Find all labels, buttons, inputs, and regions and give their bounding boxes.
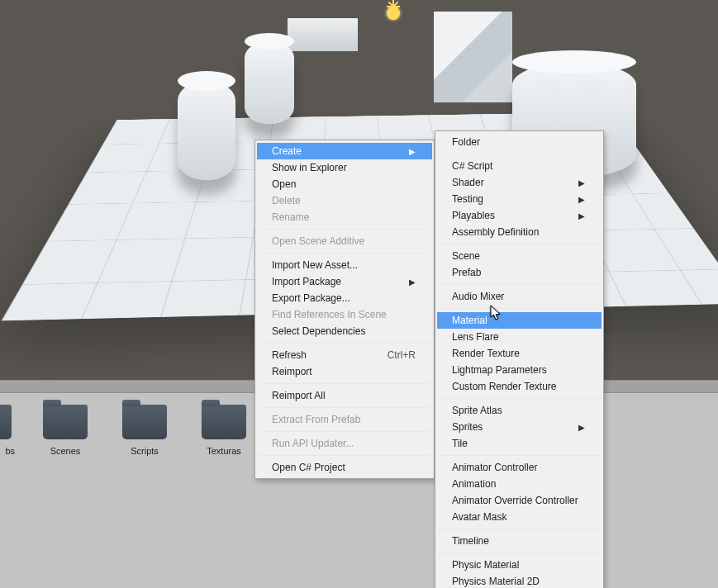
scene-cylinder-medium — [245, 41, 294, 124]
context-menu-item[interactable]: Export Package... — [257, 290, 432, 306]
context-menu-item[interactable]: Import New Asset... — [257, 257, 432, 273]
create-submenu-item[interactable]: Custom Render Texture — [437, 378, 602, 395]
menu-item-label: Assembly Definition — [452, 226, 539, 238]
folder-icon — [202, 405, 246, 439]
project-folder-item[interactable]: Scripts — [116, 405, 174, 456]
menu-item-label: Extract From Prefab — [272, 414, 360, 425]
context-menu-item[interactable]: Show in Explorer — [257, 159, 432, 176]
menu-separator — [439, 244, 600, 244]
context-menu-item: Run API Updater... — [257, 435, 432, 452]
menu-item-label: Material — [452, 315, 487, 326]
menu-item-label: Physic Material — [452, 559, 519, 571]
create-submenu-item[interactable]: Lightmap Parameters — [437, 362, 602, 378]
menu-item-label: Timeline — [452, 535, 489, 547]
menu-item-label: Playables — [452, 210, 495, 221]
create-submenu-item[interactable]: Shader▶ — [437, 174, 602, 191]
menu-item-label: Select Dependencies — [272, 325, 365, 337]
create-submenu-item[interactable]: Render Texture — [437, 345, 602, 362]
submenu-arrow-icon: ▶ — [409, 277, 416, 287]
scene-cube-near — [434, 12, 512, 102]
menu-item-label: Scene — [452, 250, 480, 262]
menu-item-shortcut: Ctrl+R — [388, 349, 416, 361]
menu-separator — [259, 383, 430, 384]
create-submenu-item[interactable]: Playables▶ — [437, 207, 602, 224]
menu-item-label: Audio Mixer — [452, 291, 504, 302]
create-submenu-item[interactable]: Testing▶ — [437, 191, 602, 207]
menu-item-label: Find References In Scene — [272, 309, 387, 320]
context-menu-create-submenu[interactable]: FolderC# ScriptShader▶Testing▶Playables▶… — [435, 130, 604, 588]
folder-label: bs — [0, 446, 15, 456]
menu-item-label: Open C# Project — [272, 462, 345, 473]
menu-separator — [439, 455, 600, 456]
project-folder-item[interactable]: bs — [0, 405, 15, 456]
context-menu-item: Extract From Prefab — [257, 411, 432, 428]
menu-separator — [259, 229, 430, 230]
context-menu-item: Find References In Scene — [257, 306, 432, 323]
menu-item-label: Show in Explorer — [272, 162, 347, 173]
create-submenu-item[interactable]: Lens Flare — [437, 329, 602, 345]
folder-label: Scenes — [36, 446, 94, 456]
create-submenu-item[interactable]: Audio Mixer — [437, 288, 602, 305]
context-menu-item[interactable]: RefreshCtrl+R — [257, 347, 432, 363]
menu-item-label: Shader — [452, 177, 484, 188]
menu-item-label: C# Script — [452, 160, 492, 172]
context-menu-item[interactable]: Open C# Project — [257, 459, 432, 476]
create-submenu-item[interactable]: Folder — [437, 134, 602, 150]
menu-separator — [439, 552, 600, 553]
menu-item-label: Animator Override Controller — [452, 495, 578, 506]
menu-item-label: Refresh — [272, 349, 307, 361]
submenu-arrow-icon: ▶ — [578, 211, 585, 220]
folder-icon — [0, 405, 12, 439]
create-submenu-item[interactable]: Scene — [437, 248, 602, 264]
menu-item-label: Avatar Mask — [452, 511, 506, 523]
menu-separator — [439, 398, 600, 399]
create-submenu-item[interactable]: C# Script — [437, 158, 602, 174]
context-menu-item[interactable]: Import Package▶ — [257, 273, 432, 290]
submenu-arrow-icon: ▶ — [578, 195, 585, 204]
context-menu-item[interactable]: Reimport — [257, 363, 432, 380]
folder-icon — [122, 405, 167, 439]
create-submenu-item[interactable]: Animation — [437, 476, 602, 492]
scene-cylinder-small — [178, 81, 235, 180]
context-menu-item[interactable]: Reimport All — [257, 387, 432, 404]
project-folder-item[interactable]: Texturas — [195, 405, 253, 456]
folder-label: Scripts — [116, 446, 174, 456]
menu-item-label: Animation — [452, 478, 496, 490]
context-menu-item[interactable]: Select Dependencies — [257, 323, 432, 339]
create-submenu-item[interactable]: Animator Override Controller — [437, 492, 602, 509]
create-submenu-item[interactable]: Assembly Definition — [437, 224, 602, 240]
submenu-arrow-icon: ▶ — [578, 423, 585, 432]
folder-label: Texturas — [195, 446, 253, 456]
menu-item-label: Folder — [452, 136, 480, 148]
menu-separator — [259, 253, 430, 254]
create-submenu-item[interactable]: Sprites▶ — [437, 419, 602, 435]
submenu-arrow-icon: ▶ — [578, 178, 585, 187]
context-menu-project[interactable]: Create▶Show in ExplorerOpenDeleteRenameO… — [254, 140, 435, 479]
menu-item-label: Prefab — [452, 267, 481, 278]
project-folder-item[interactable]: Scenes — [36, 405, 94, 456]
menu-item-label: Open — [272, 178, 296, 190]
create-submenu-item[interactable]: Avatar Mask — [437, 509, 602, 525]
context-menu-item[interactable]: Create▶ — [257, 143, 432, 159]
create-submenu-item[interactable]: Sprite Atlas — [437, 402, 602, 419]
context-menu-item: Open Scene Additive — [257, 233, 432, 249]
create-submenu-item[interactable]: Material — [437, 312, 602, 329]
menu-separator — [259, 431, 430, 432]
menu-item-label: Rename — [272, 211, 309, 223]
create-submenu-item[interactable]: Prefab — [437, 264, 602, 281]
directional-light-gizmo[interactable] — [375, 0, 411, 31]
context-menu-item[interactable]: Open — [257, 176, 432, 192]
create-submenu-item[interactable]: Tile — [437, 435, 602, 452]
menu-item-label: Create — [272, 145, 302, 157]
menu-item-label: Testing — [452, 193, 483, 205]
context-menu-item: Rename — [257, 209, 432, 225]
menu-item-label: Lens Flare — [452, 331, 499, 343]
submenu-arrow-icon: ▶ — [409, 147, 416, 156]
create-submenu-item[interactable]: Physic Material — [437, 557, 602, 573]
menu-separator — [439, 529, 600, 529]
menu-item-label: Lightmap Parameters — [452, 364, 547, 376]
menu-separator — [259, 343, 430, 344]
create-submenu-item[interactable]: Physics Material 2D — [437, 573, 602, 588]
create-submenu-item[interactable]: Timeline — [437, 533, 602, 549]
create-submenu-item[interactable]: Animator Controller — [437, 459, 602, 476]
